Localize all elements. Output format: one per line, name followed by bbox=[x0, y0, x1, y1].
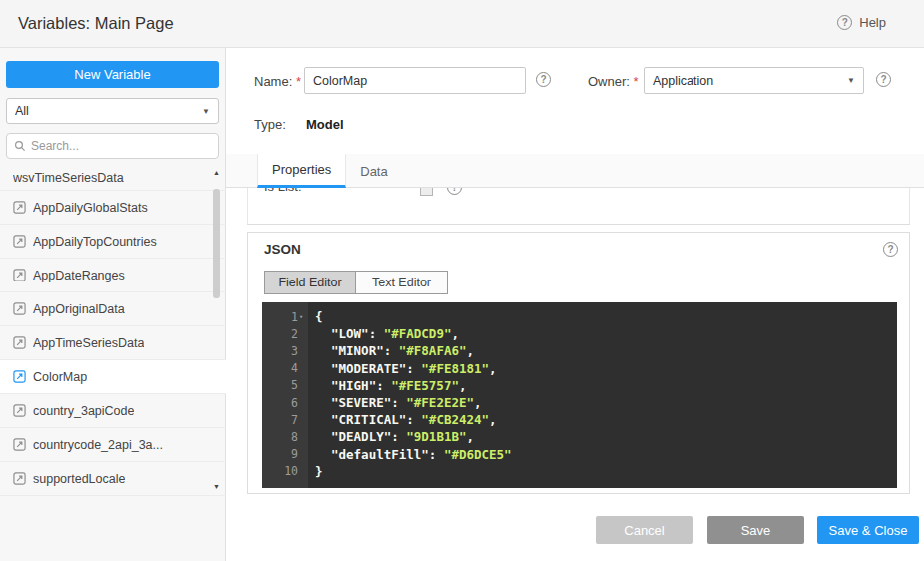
code-line: 9 "defaultFill": "#D6DCE5" bbox=[262, 446, 897, 463]
code-line: 3 "MINOR": "#F8AFA6", bbox=[262, 342, 897, 359]
json-section-title: JSON bbox=[264, 242, 301, 257]
list-item[interactable]: wsvTimeSeriesData bbox=[0, 165, 226, 191]
json-value: "#D6DCE5" bbox=[444, 447, 512, 462]
sidebar: New Variable All ▼ wsvTimeSeriesData App… bbox=[0, 48, 226, 561]
list-item-label: AppTimeSeriesData bbox=[33, 336, 144, 350]
list-item[interactable]: AppTimeSeriesData bbox=[0, 326, 226, 360]
json-value: "#CB2424" bbox=[421, 412, 489, 427]
scrollbar-thumb[interactable] bbox=[213, 189, 220, 298]
variable-icon bbox=[13, 201, 26, 214]
owner-selected-value: Application bbox=[653, 74, 713, 88]
json-key: "HIGH" bbox=[331, 378, 376, 393]
cancel-button[interactable]: Cancel bbox=[596, 516, 693, 544]
name-field[interactable] bbox=[304, 67, 526, 94]
variable-icon bbox=[13, 472, 26, 485]
help-icon[interactable]: ? bbox=[876, 72, 891, 87]
code-text: { bbox=[315, 309, 323, 324]
help-icon[interactable]: ? bbox=[837, 15, 852, 30]
tab-data[interactable]: Data bbox=[346, 154, 401, 188]
list-item-label: countrycode_2api_3a... bbox=[33, 438, 163, 452]
help-label[interactable]: Help bbox=[859, 15, 886, 30]
code-line: 4 "MODERATE": "#FE8181", bbox=[262, 360, 897, 377]
json-code-editor[interactable]: 1▾ { 2 "LOW": "#FADCD9", 3 "MINOR": "#F8… bbox=[262, 302, 897, 488]
json-value: "#FE8181" bbox=[421, 361, 489, 376]
owner-label: Owner: * bbox=[588, 74, 639, 89]
help-link[interactable]: ? Help bbox=[837, 15, 886, 30]
variable-icon bbox=[13, 438, 26, 451]
line-number: 1▾ bbox=[262, 310, 308, 324]
list-item[interactable]: country_3apiCode bbox=[0, 394, 226, 428]
chevron-down-icon: ▼ bbox=[847, 76, 855, 85]
tab-properties[interactable]: Properties bbox=[257, 154, 346, 188]
list-item-selected[interactable]: ColorMap bbox=[0, 360, 226, 394]
code-line: 5 "HIGH": "#FE5757", bbox=[262, 377, 897, 394]
json-key: "defaultFill" bbox=[331, 447, 429, 462]
list-item[interactable]: AppOriginalData bbox=[0, 292, 226, 326]
variable-icon bbox=[13, 269, 26, 281]
required-mark: * bbox=[634, 74, 639, 89]
list-item-label: supportedLocale bbox=[33, 472, 125, 486]
json-key: "MODERATE" bbox=[331, 361, 406, 376]
text-editor-button[interactable]: Text Editor bbox=[356, 271, 448, 294]
field-editor-button[interactable]: Field Editor bbox=[264, 271, 356, 294]
json-key: "CRITICAL" bbox=[331, 412, 406, 427]
line-number: 4 bbox=[262, 361, 308, 375]
list-item[interactable]: supportedLocale bbox=[0, 462, 226, 496]
list-scrollbar[interactable]: ▲ ▼ bbox=[210, 165, 223, 495]
scroll-down-icon[interactable]: ▼ bbox=[210, 481, 223, 493]
line-number: 10 bbox=[262, 464, 308, 478]
header: Variables: Main Page ? Help bbox=[0, 0, 924, 48]
code-line: 6 "SEVERE": "#FE2E2E", bbox=[262, 394, 897, 411]
json-value: "#FADCD9" bbox=[384, 326, 452, 341]
search-box[interactable] bbox=[6, 133, 219, 159]
filter-selected-value: All bbox=[15, 104, 29, 118]
properties-box bbox=[247, 187, 910, 225]
line-number: 2 bbox=[262, 327, 308, 341]
code-lines: 1▾ { 2 "LOW": "#FADCD9", 3 "MINOR": "#F8… bbox=[262, 302, 897, 480]
json-value: "#FE2E2E" bbox=[406, 395, 474, 410]
json-key: "DEADLY" bbox=[331, 429, 391, 444]
variable-icon bbox=[13, 302, 26, 315]
scroll-up-icon[interactable]: ▲ bbox=[210, 167, 223, 179]
line-number: 5 bbox=[262, 378, 308, 392]
list-item-label: AppDailyGlobalStats bbox=[33, 201, 148, 215]
help-icon[interactable]: ? bbox=[536, 72, 551, 87]
editor-mode-toggle: Field Editor Text Editor bbox=[264, 271, 448, 294]
page-title: Variables: Main Page bbox=[18, 14, 174, 33]
list-item[interactable]: countrycode_2api_3a... bbox=[0, 428, 226, 462]
variable-list: wsvTimeSeriesData AppDailyGlobalStats Ap… bbox=[0, 165, 226, 496]
line-number: 8 bbox=[262, 430, 308, 444]
code-text: } bbox=[315, 464, 323, 479]
search-input[interactable] bbox=[31, 139, 191, 153]
list-item-label: AppDateRanges bbox=[33, 269, 125, 282]
list-item[interactable]: AppDateRanges bbox=[0, 259, 226, 292]
list-item-label: country_3apiCode bbox=[33, 404, 134, 418]
type-label: Type: bbox=[254, 117, 286, 132]
line-number: 9 bbox=[262, 447, 308, 461]
variable-icon bbox=[13, 336, 26, 349]
help-icon[interactable]: ? bbox=[883, 242, 898, 257]
code-line: 7 "CRITICAL": "#CB2424", bbox=[262, 411, 897, 428]
search-icon bbox=[14, 140, 26, 152]
save-and-close-button[interactable]: Save & Close bbox=[817, 516, 919, 544]
list-item[interactable]: AppDailyTopCountries bbox=[0, 225, 226, 259]
variable-filter-select[interactable]: All ▼ bbox=[6, 98, 219, 124]
name-label: Name: * bbox=[254, 74, 301, 89]
list-item[interactable]: AppDailyGlobalStats bbox=[0, 191, 226, 225]
list-item-label: AppDailyTopCountries bbox=[33, 235, 157, 249]
fold-icon[interactable]: ▾ bbox=[299, 313, 303, 321]
code-line: 8 "DEADLY": "9D1B1B", bbox=[262, 428, 897, 445]
json-value: "#F8AFA6" bbox=[399, 343, 467, 358]
owner-select[interactable]: Application ▼ bbox=[644, 67, 864, 94]
tab-bar: Properties Data bbox=[226, 154, 924, 188]
json-value: "9D1B1B" bbox=[406, 429, 466, 444]
main-panel: Name: * ? Owner: * Application ▼ ? Type:… bbox=[226, 48, 924, 561]
code-line: 1▾ { bbox=[262, 308, 897, 325]
code-line: 2 "LOW": "#FADCD9", bbox=[262, 325, 897, 342]
line-number: 3 bbox=[262, 344, 308, 358]
variable-icon bbox=[13, 404, 26, 417]
new-variable-button[interactable]: New Variable bbox=[6, 61, 219, 88]
type-value: Model bbox=[306, 117, 344, 132]
save-button[interactable]: Save bbox=[707, 516, 804, 544]
variables-dialog: Variables: Main Page ? Help New Variable… bbox=[0, 0, 924, 561]
